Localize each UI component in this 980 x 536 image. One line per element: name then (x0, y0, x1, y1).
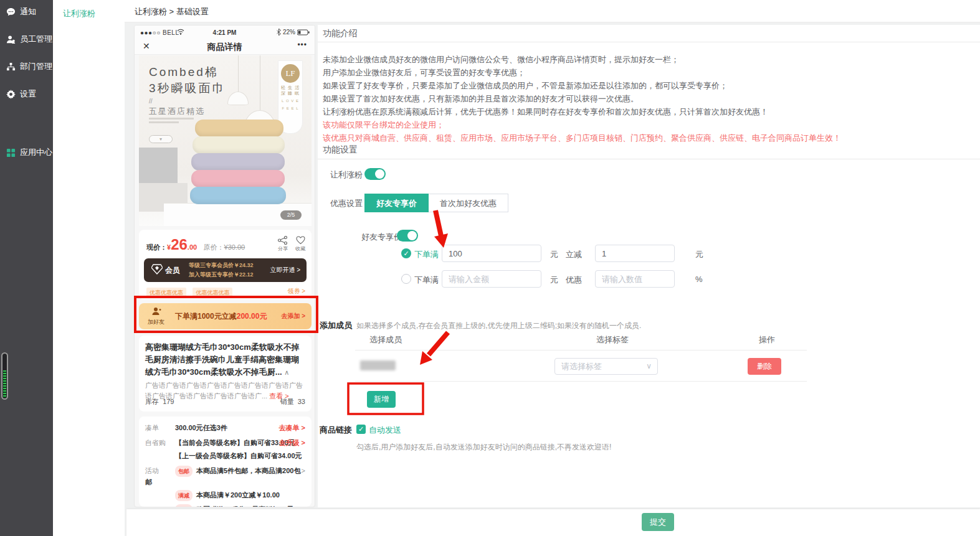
hero-text-block: Combed棉 3秒瞬吸面巾 // 五星酒店精选 (149, 64, 226, 117)
promo-settings-label: 优惠设置 (330, 198, 363, 209)
tab-friend-price[interactable]: 好友专享价 (364, 194, 429, 212)
delete-member-button[interactable]: 删除 (748, 358, 781, 375)
rule1-reduce-label: 立减 (566, 249, 582, 260)
table-divider (355, 381, 807, 382)
towel-lavender (191, 153, 285, 171)
share-action[interactable]: 分享 (278, 236, 288, 252)
activity-text-2: 本商品满￥200立减￥10.00 (196, 491, 280, 499)
goods-title: 高密集珊瑚绒方毛巾30*30cm柔软吸水不掉毛厨房清洁擦手洗碗巾儿童手绢高密集珊… (145, 342, 300, 377)
price-card: 现价：¥26.00 原价：¥30.00 分享 收藏 会员 等 (139, 230, 312, 299)
add-member-button[interactable]: 新增 (367, 391, 396, 408)
auto-send-checkbox[interactable]: ✓ (356, 425, 366, 434)
more-icon[interactable]: ••• (297, 40, 307, 49)
hero-pill-button: ▾ (149, 135, 173, 143)
share-icon (278, 236, 288, 245)
add-friend-bar[interactable]: 加好友 下单满1000元立减200.00元 去添加 > (139, 303, 312, 329)
rule1-reduce-input[interactable] (595, 245, 675, 262)
brand-text-cn1: 轻 生 活 (278, 85, 302, 90)
hero-title-line2: 3秒瞬吸面巾 (149, 80, 226, 96)
chevron-right-icon[interactable]: > (302, 466, 305, 476)
go-add-cta[interactable]: 去添加 > (281, 312, 305, 321)
app-grid-icon (6, 148, 16, 158)
column-select-tag: 选择标签 (596, 334, 629, 346)
favorite-label: 收藏 (295, 246, 305, 252)
sidebar-item-notifications[interactable]: 通知 (0, 5, 53, 19)
price-now-label: 现价： (146, 243, 167, 251)
sidebar-item-departments[interactable]: 部门管理 (0, 60, 53, 73)
member-price-line1: 等级三专享会员价￥24.32 (189, 262, 254, 268)
submit-button[interactable]: 提交 (642, 513, 674, 531)
offers-card: 凑单 300.00元任选3件 去凑单 > 自省购 【当前会员等级名称】自购可省3… (139, 416, 312, 507)
price-orig-label: 原价： (204, 243, 224, 251)
member-open-cta[interactable]: 立即开通 > (270, 266, 300, 275)
image-pager-badge: 2/5 (280, 210, 302, 220)
section-divider (318, 159, 980, 159)
rule2-discount-label: 优惠 (566, 275, 582, 286)
auto-send-hint: 勾选后,用户添加好友后,自动发送添加好友时访问的商品链接,不再发送欢迎语! (356, 442, 611, 453)
sidebar-item-label: 通知 (20, 6, 36, 17)
rule1-amount-input[interactable] (442, 245, 541, 262)
rule1-threshold-label: 下单满 (414, 249, 439, 260)
offer-text-line2: 【上一级会员等级名称】自购可省34.00元 (175, 451, 305, 461)
friend-price-toggle[interactable] (397, 230, 418, 242)
product-hero-image: Combed棉 3秒瞬吸面巾 // 五星酒店精选 ▾ LF 轻 生 活 深 睡 … (139, 55, 312, 226)
org-tree-icon (6, 62, 16, 72)
member-banner[interactable]: 会员 等级三专享会员价￥24.32 加入等级五专享价￥22.12 立即开通 > (144, 258, 307, 282)
hero-caption-bar (149, 118, 194, 120)
offer-row-activities: 活动 包邮本商品满5件包邮，本商品满200包邮 > 满减本商品满￥200立减￥1… (145, 466, 305, 507)
upgrade-cta[interactable]: 去升级 > (279, 438, 305, 448)
phone-page-title: 商品详情 (135, 42, 315, 53)
sales-value: 33 (298, 398, 305, 405)
towel-beige (195, 120, 283, 137)
enable-label: 让利涨粉 (330, 169, 363, 181)
person-add-icon (151, 307, 161, 316)
rule2-radio-unchecked[interactable] (401, 274, 411, 284)
sidebar-item-app-center[interactable]: 应用中心 (0, 146, 53, 159)
add-members-label: 添加成员 (320, 320, 352, 331)
rule2-discount-input[interactable] (595, 270, 675, 288)
go-collect-cta[interactable]: 去凑单 > (279, 423, 305, 433)
get-coupon-cta[interactable]: 领券 > (287, 287, 305, 296)
towel-blue (190, 187, 286, 204)
column-select-member: 选择成员 (369, 334, 402, 346)
rule1-unit-yuan-2: 元 (695, 249, 703, 260)
table-divider (355, 350, 807, 350)
auto-send-label: 自动发送 (369, 425, 401, 436)
main-sidebar: 通知 员工管理 部门管理 设置 应用中心 (0, 0, 53, 536)
member-price-line2: 加入等级五专享价￥22.12 (189, 271, 254, 278)
tag-full-reduction: 满减 (175, 490, 193, 501)
favorite-action[interactable]: 收藏 (295, 236, 305, 252)
settings-section-title: 功能设置 (323, 144, 358, 156)
phone-preview: ●●●○○ BELL 4:21 PM 22% ✕ 商品详情 ••• Comb (134, 25, 315, 507)
add-friend-label: 加好友 (148, 318, 164, 326)
coupon-tag: 优惠优惠优惠 (146, 288, 186, 298)
towel-cream (193, 136, 285, 154)
intro-section-title: 功能介绍 (323, 28, 358, 39)
coupon-tag: 优惠优惠优惠 (193, 288, 232, 298)
sidebar-item-staff[interactable]: 员工管理 (0, 32, 53, 46)
intro-line-2: 用户添加企业微信好友后，可享受设置的好友专享优惠； (323, 66, 525, 79)
column-actions: 操作 (759, 334, 775, 346)
sidebar-item-settings[interactable]: 设置 (0, 87, 53, 101)
rule2-unit-percent: % (695, 275, 703, 284)
stock-label: 库存 (145, 398, 159, 405)
sidebar-item-label: 部门管理 (20, 61, 52, 72)
sidebar-item-label: 应用中心 (20, 147, 52, 158)
enable-toggle[interactable] (364, 168, 386, 180)
stock-value: 179 (163, 398, 174, 405)
offer-label: 自省购 (145, 438, 166, 448)
offer-row-self-buy: 自省购 【当前会员等级名称】自购可省33.00元 去升级 > 【上一级会员等级名… (145, 438, 305, 461)
rule1-radio-checked[interactable]: ✓ (401, 248, 411, 258)
friend-offer-amount: 200.00元 (237, 312, 267, 321)
submenu-item-rangli[interactable]: 让利涨粉 (53, 0, 125, 19)
collapse-icon[interactable]: ∧ (284, 369, 289, 376)
sub-sidebar: 让利涨粉 (53, 0, 125, 536)
rule2-unit-yuan: 元 (550, 275, 558, 286)
activity-text-3: 购买赠送10积分，最高抵扣12元，最少抵... (175, 505, 300, 507)
rule2-amount-input[interactable] (442, 270, 541, 288)
member-badge-label: 会员 (165, 265, 180, 276)
tab-first-add-friend[interactable]: 首次加好友优惠 (429, 194, 508, 212)
price-now-value: 26 (171, 236, 188, 253)
brand-initials: LF (281, 64, 300, 83)
tag-select[interactable]: 请选择标签 ∨ (554, 358, 658, 375)
